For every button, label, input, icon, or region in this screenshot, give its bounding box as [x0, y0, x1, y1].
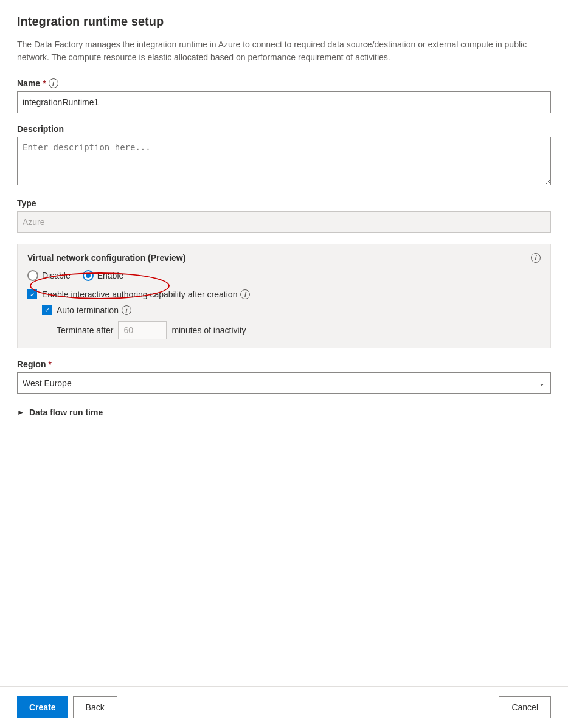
- auto-termination-label: Auto termination i: [57, 305, 131, 315]
- page-description: The Data Factory manages the integration…: [17, 38, 540, 64]
- create-button[interactable]: Create: [17, 696, 68, 718]
- type-label: Type: [17, 198, 551, 208]
- back-button[interactable]: Back: [73, 696, 117, 718]
- terminate-suffix: minutes of inactivity: [171, 325, 246, 335]
- interactive-authoring-row: ✓ Enable interactive authoring capabilit…: [27, 289, 541, 299]
- region-field-group: Region * West Europe East US West US ⌄: [17, 359, 551, 394]
- name-field-group: Name * i: [17, 78, 551, 113]
- vnet-enable-radio[interactable]: [83, 270, 94, 281]
- vnet-disable-label: Disable: [42, 271, 71, 280]
- page-title: Integration runtime setup: [17, 15, 551, 29]
- auto-termination-checkbox[interactable]: ✓: [42, 305, 52, 315]
- terminate-after-row: Terminate after minutes of inactivity: [57, 321, 541, 339]
- name-label: Name * i: [17, 78, 551, 88]
- vnet-radio-group: Disable Enable: [27, 270, 541, 281]
- terminate-input[interactable]: [118, 321, 167, 339]
- vnet-section: Virtual network configuration (Preview) …: [17, 244, 551, 348]
- name-input[interactable]: [17, 91, 551, 113]
- region-required: *: [48, 359, 51, 369]
- description-field-group: Description: [17, 124, 551, 187]
- name-required: *: [43, 78, 46, 88]
- region-label: Region *: [17, 359, 551, 369]
- description-label: Description: [17, 124, 551, 134]
- dataflow-run-time-row[interactable]: ► Data flow run time: [17, 405, 551, 420]
- vnet-enable-label: Enable: [97, 271, 124, 280]
- auto-termination-row: ✓ Auto termination i: [42, 305, 541, 315]
- auto-termination-info-icon[interactable]: i: [122, 305, 131, 315]
- dataflow-run-time-label: Data flow run time: [29, 407, 103, 417]
- name-info-icon[interactable]: i: [49, 78, 58, 88]
- region-select[interactable]: West Europe East US West US: [17, 372, 551, 394]
- interactive-authoring-info-icon[interactable]: i: [240, 289, 250, 299]
- interactive-authoring-checkbox[interactable]: ✓: [27, 289, 37, 299]
- vnet-disable-radio[interactable]: [27, 270, 38, 281]
- region-select-wrapper: West Europe East US West US ⌄: [17, 372, 551, 394]
- type-input: Azure: [17, 211, 551, 233]
- dataflow-chevron-right-icon: ►: [17, 408, 24, 417]
- description-input[interactable]: [17, 137, 551, 185]
- vnet-info-icon[interactable]: i: [531, 253, 541, 263]
- vnet-disable-option[interactable]: Disable: [27, 270, 71, 281]
- terminate-after-label: Terminate after: [57, 325, 113, 335]
- vnet-enable-option[interactable]: Enable: [83, 270, 124, 281]
- cancel-button[interactable]: Cancel: [499, 696, 551, 718]
- interactive-authoring-label: Enable interactive authoring capability …: [42, 289, 250, 299]
- footer: Create Back Cancel: [0, 686, 568, 728]
- vnet-section-title: Virtual network configuration (Preview): [27, 253, 541, 263]
- type-field-group: Type Azure: [17, 198, 551, 233]
